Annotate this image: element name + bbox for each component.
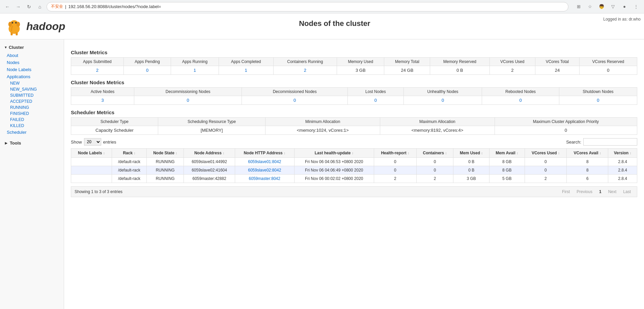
url-text: 192.168.56.20:8088/cluster/nodes/?node.l…	[68, 4, 564, 9]
table-row: /default-rackRUNNING6059slave01:44992605…	[71, 158, 637, 166]
sidebar-item-running[interactable]: RUNNING	[0, 104, 64, 111]
page-layout: ▼ Cluster About Nodes Node Labels Applic…	[0, 39, 644, 309]
sidebar-cluster-label: Cluster	[9, 45, 24, 50]
nodes-col-header-7[interactable]: Containers ↕	[416, 149, 453, 158]
search-bar: Search:	[566, 138, 637, 146]
entries-select[interactable]: 102050100	[84, 138, 101, 146]
hadoop-logo-text: hadoop	[26, 20, 65, 33]
show-label: Show	[71, 140, 82, 145]
node-http-address-link[interactable]: 6059slave01:8042	[248, 159, 281, 164]
nodes-col-header-3[interactable]: Node Address ↕	[184, 149, 235, 158]
home-button[interactable]: ⌂	[36, 3, 44, 11]
cluster-arrow-icon: ▼	[4, 45, 7, 49]
sidebar-item-scheduler[interactable]: Scheduler	[0, 129, 64, 136]
forward-button[interactable]: →	[14, 3, 22, 11]
previous-page-button[interactable]: Previous	[574, 189, 595, 195]
sidebar-item-new-saving[interactable]: NEW_SAVING	[0, 86, 64, 92]
tools-arrow-icon: ►	[4, 141, 8, 146]
nodes-table: Node Labels ↕Rack ↕Node State ↕Node Addr…	[71, 148, 637, 183]
nodes-col-header-4[interactable]: Node HTTP Address ↕	[235, 149, 295, 158]
show-entries-bar: Show 102050100 entries Search:	[71, 138, 637, 146]
nodes-col-header-12[interactable]: Version ↕	[608, 149, 637, 158]
nodes-col-header-11[interactable]: VCores Avail ↕	[567, 149, 608, 158]
sidebar-tools-label: Tools	[10, 141, 21, 146]
search-label: Search:	[566, 140, 581, 145]
cluster-metrics-heading: Cluster Metrics	[71, 50, 637, 55]
nodes-col-header-8[interactable]: Mem Used ↕	[453, 149, 489, 158]
page-1-button[interactable]: 1	[596, 189, 604, 195]
svg-rect-7	[16, 32, 18, 35]
extensions-icon[interactable]: ▽	[608, 2, 618, 11]
sort-icon: ↕	[445, 151, 447, 155]
nodes-col-header-2[interactable]: Node State ↕	[147, 149, 184, 158]
sort-icon: ↕	[284, 151, 285, 155]
cluster-nodes-metrics-table: Active NodesDecommissioning NodesDecommi…	[71, 87, 637, 105]
security-warning: 不安全	[51, 4, 63, 9]
svg-point-4	[8, 22, 12, 27]
nodes-col-header-6[interactable]: Health-report ↕	[374, 149, 416, 158]
pagination-bar: Showing 1 to 3 of 3 entries First Previo…	[71, 186, 637, 197]
sort-icon: ↕	[516, 151, 518, 155]
sidebar-item-about[interactable]: About	[0, 52, 64, 59]
page-title: Nodes of the cluster	[299, 19, 370, 28]
sidebar-item-killed[interactable]: KILLED	[0, 123, 64, 129]
entries-label: entries	[103, 140, 116, 145]
sidebar-item-submitted[interactable]: SUBMITTED	[0, 92, 64, 98]
top-header: hadoop Nodes of the cluster Logged in as…	[0, 13, 644, 39]
sidebar: ▼ Cluster About Nodes Node Labels Applic…	[0, 39, 64, 309]
first-page-button[interactable]: First	[559, 189, 572, 195]
browser-chrome: ← → ↻ ⌂ 不安全 | 192.168.56.20:8088/cluster…	[0, 0, 644, 13]
scheduler-metrics-heading: Scheduler Metrics	[71, 110, 637, 115]
sort-icon: ↕	[599, 151, 601, 155]
sort-icon: ↕	[629, 151, 631, 155]
nodes-col-header-9[interactable]: Mem Avail ↕	[489, 149, 525, 158]
last-page-button[interactable]: Last	[620, 189, 634, 195]
sidebar-item-new[interactable]: NEW	[0, 80, 64, 86]
nodes-col-header-1[interactable]: Rack ↕	[112, 149, 147, 158]
sidebar-item-nodes[interactable]: Nodes	[0, 59, 64, 66]
table-row: /default-rackRUNNING6059master:428826059…	[71, 175, 637, 183]
sidebar-item-accepted[interactable]: ACCEPTED	[0, 98, 64, 104]
search-input[interactable]	[583, 138, 637, 146]
node-http-address-link[interactable]: 6059master:8042	[249, 176, 280, 181]
logged-in-label: Logged in as: dr.who	[600, 13, 644, 39]
menu-icon[interactable]: ⋮	[631, 2, 641, 11]
extension-icon[interactable]: 👦	[597, 2, 606, 11]
sort-icon: ↕	[558, 151, 560, 155]
sidebar-item-finished[interactable]: FINISHED	[0, 111, 64, 117]
pagination-links: First Previous 1 Next Last	[559, 189, 634, 195]
sidebar-item-failed[interactable]: FAILED	[0, 117, 64, 123]
svg-point-2	[12, 22, 13, 24]
sort-icon: ↕	[408, 151, 409, 155]
cluster-metrics-table: Apps SubmittedApps PendingApps RunningAp…	[71, 57, 637, 75]
nodes-col-header-10[interactable]: VCores Used ↕	[525, 149, 567, 158]
sort-icon: ↕	[134, 151, 135, 155]
nodes-col-header-0[interactable]: Node Labels ↕	[71, 149, 112, 158]
sort-icon: ↕	[352, 151, 354, 155]
sort-icon: ↕	[481, 151, 483, 155]
nodes-col-header-5[interactable]: Last health-update ↕	[294, 149, 374, 158]
next-page-button[interactable]: Next	[606, 189, 619, 195]
address-bar[interactable]: 不安全 | 192.168.56.20:8088/cluster/nodes/?…	[47, 2, 568, 11]
bookmark-icon[interactable]: ☆	[585, 2, 595, 11]
sidebar-item-applications[interactable]: Applications	[0, 73, 64, 80]
node-http-address-link[interactable]: 6059slave02:8042	[248, 168, 281, 173]
sort-icon: ↕	[175, 151, 177, 155]
reload-button[interactable]: ↻	[25, 3, 33, 11]
svg-rect-6	[11, 32, 13, 35]
scheduler-metrics-table: Scheduler TypeScheduling Resource TypeMi…	[71, 117, 637, 135]
sidebar-cluster-section[interactable]: ▼ Cluster	[0, 43, 64, 52]
back-button[interactable]: ←	[3, 3, 11, 11]
hadoop-logo[interactable]: hadoop	[0, 13, 69, 39]
sidebar-item-node-labels[interactable]: Node Labels	[0, 66, 64, 73]
address-bar-separator: |	[65, 4, 66, 9]
svg-point-5	[17, 22, 20, 27]
profile-icon[interactable]: ●	[620, 2, 629, 11]
browser-action-icons: ⊞ ☆ 👦 ▽ ● ⋮	[574, 2, 641, 11]
main-content: Cluster Metrics Apps SubmittedApps Pendi…	[64, 39, 644, 309]
translate-icon[interactable]: ⊞	[574, 2, 583, 11]
sidebar-tools-section[interactable]: ► Tools	[0, 138, 64, 148]
sort-icon: ↕	[223, 151, 224, 155]
sort-icon: ↕	[103, 151, 105, 155]
svg-point-3	[15, 22, 17, 24]
